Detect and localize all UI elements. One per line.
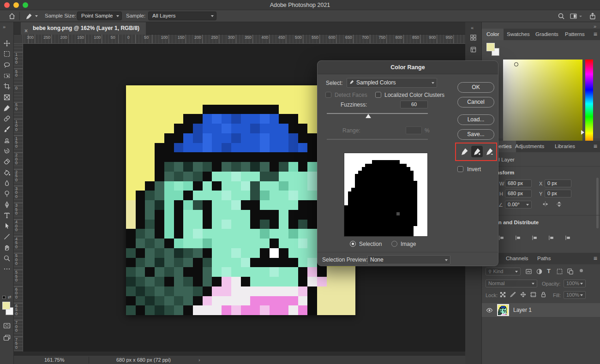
layer-row[interactable]: Layer 1 — [482, 303, 600, 317]
filter-type-layers-icon[interactable]: T — [547, 268, 551, 274]
expand-dock-icon[interactable]: » — [471, 25, 474, 30]
fuzziness-field[interactable]: 60 — [400, 101, 428, 108]
quick-mask-icon[interactable] — [3, 322, 11, 329]
tab-patterns[interactable]: Patterns — [560, 29, 589, 40]
marquee-tool-icon[interactable] — [3, 50, 11, 58]
height-field[interactable]: 680 px — [505, 190, 532, 197]
history-brush-tool-icon[interactable] — [3, 147, 11, 155]
paint-bucket-tool-icon[interactable] — [3, 169, 11, 176]
tab-swatches[interactable]: Swatches — [502, 29, 534, 40]
fuzziness-slider-track[interactable] — [327, 113, 428, 114]
selection-preview-dropdown[interactable]: None — [367, 255, 450, 264]
color-picker-indicator[interactable] — [514, 62, 518, 66]
layer-visibility-eye-icon[interactable] — [486, 307, 493, 314]
move-tool-icon[interactable] — [3, 40, 11, 47]
horizontal-ruler[interactable]: 3002502001501005005010015020025030035040… — [23, 35, 465, 44]
dodge-tool-icon[interactable] — [3, 190, 11, 197]
collapsed-panel-icon[interactable] — [470, 46, 477, 53]
tab-libraries[interactable]: Libraries — [550, 141, 580, 152]
align-center-icon[interactable] — [515, 234, 522, 241]
detect-faces-checkbox[interactable] — [325, 92, 331, 98]
document-tab[interactable]: × bebe kong.png @ 162% (Layer 1, RGB/8) — [21, 22, 146, 35]
panel-scrollbar[interactable] — [596, 178, 599, 228]
lock-all-icon[interactable] — [540, 291, 547, 298]
sample-dropdown[interactable]: All Layers — [148, 12, 216, 20]
zoom-tool-icon[interactable] — [3, 255, 11, 262]
align-left-icon[interactable] — [498, 234, 505, 241]
brush-tool-icon[interactable] — [3, 125, 11, 133]
document-info[interactable]: 680 px x 680 px (72 ppi) — [116, 357, 171, 363]
eyedropper-tool-preset-icon[interactable] — [25, 12, 33, 20]
select-dropdown[interactable]: Sampled Colors — [347, 78, 437, 88]
share-icon[interactable] — [589, 12, 596, 20]
lock-transparency-icon[interactable] — [499, 291, 506, 298]
line-tool-icon[interactable] — [3, 233, 11, 240]
sample-size-dropdown[interactable]: Point Sample — [77, 12, 122, 20]
lock-artboard-icon[interactable] — [530, 291, 537, 298]
lock-position-icon[interactable] — [520, 291, 527, 298]
flip-vertical-icon[interactable] — [556, 201, 563, 208]
layer-name[interactable]: Layer 1 — [513, 307, 532, 313]
pen-tool-icon[interactable] — [3, 201, 11, 209]
chevron-down-icon[interactable] — [579, 16, 582, 17]
search-icon[interactable] — [558, 12, 565, 20]
vertical-ruler[interactable]: 1 0 05 005 01 0 01 5 02 0 02 5 03 0 03 5… — [14, 44, 23, 355]
filter-pixel-layers-icon[interactable] — [525, 268, 532, 275]
home-icon[interactable] — [8, 12, 16, 20]
path-selection-tool-icon[interactable] — [3, 222, 11, 230]
layer-filter-dropdown[interactable]: ⚲ Kind — [486, 268, 521, 275]
tab-color[interactable]: Color — [482, 29, 504, 40]
lock-image-icon[interactable] — [510, 291, 516, 298]
panel-menu-icon[interactable]: ≡ — [594, 30, 597, 38]
distribute-left-icon[interactable] — [548, 234, 555, 241]
tab-channels[interactable]: Channels — [501, 253, 533, 264]
y-field[interactable]: 0 px — [545, 190, 571, 197]
foreground-color-swatch[interactable] — [486, 43, 495, 51]
image-radio[interactable] — [391, 241, 397, 247]
cancel-button[interactable]: Cancel — [457, 97, 494, 107]
dialog-title[interactable]: Color Range — [318, 61, 498, 74]
saturation-brightness-field[interactable] — [503, 60, 582, 152]
filter-toggle-icon[interactable] — [580, 269, 583, 272]
distribute-top-icon[interactable] — [565, 234, 572, 241]
collapsed-panel-icon[interactable] — [470, 34, 477, 41]
healing-brush-tool-icon[interactable] — [3, 115, 11, 122]
panel-menu-icon[interactable]: ≡ — [594, 143, 597, 150]
hue-slider[interactable] — [585, 60, 593, 152]
crop-tool-icon[interactable] — [3, 83, 11, 90]
selection-radio[interactable] — [350, 241, 356, 247]
object-selection-tool-icon[interactable] — [3, 72, 11, 79]
ruler-corner[interactable] — [14, 35, 23, 44]
fill-field[interactable]: 100% — [564, 291, 586, 299]
width-field[interactable]: 680 px — [505, 179, 532, 187]
edit-toolbar-ellipsis-icon[interactable] — [3, 265, 11, 273]
hue-slider-marker[interactable] — [581, 130, 584, 135]
blend-mode-dropdown[interactable]: Normal — [486, 280, 537, 287]
tab-gradients[interactable]: Gradients — [531, 29, 563, 40]
screen-mode-icon[interactable] — [3, 334, 11, 341]
horizontal-scrollbar[interactable] — [14, 352, 465, 355]
foreground-color-swatch[interactable] — [2, 302, 10, 310]
hand-tool-icon[interactable] — [3, 244, 11, 251]
x-field[interactable]: 0 px — [545, 179, 571, 187]
tab-paths[interactable]: Paths — [533, 253, 555, 264]
eyedropper-tool-icon[interactable] — [3, 104, 11, 112]
flip-horizontal-icon[interactable] — [542, 201, 549, 208]
load-button[interactable]: Load... — [457, 114, 494, 125]
tab-adjustments[interactable]: Adjustments — [510, 141, 549, 152]
type-tool-icon[interactable] — [3, 212, 11, 219]
invert-checkbox[interactable] — [457, 166, 463, 172]
lasso-tool-icon[interactable] — [3, 61, 11, 69]
default-colors-icon[interactable] — [2, 296, 6, 299]
status-chevron-icon[interactable]: › — [198, 357, 200, 363]
filter-shape-layers-icon[interactable] — [556, 268, 563, 275]
localized-clusters-checkbox[interactable] — [375, 92, 381, 98]
filter-adjustment-layers-icon[interactable] — [536, 268, 543, 275]
layer-thumbnail[interactable] — [497, 304, 509, 316]
distribute-horizontal-icon[interactable] — [532, 234, 539, 241]
blur-tool-icon[interactable] — [3, 179, 11, 187]
ok-button[interactable]: OK — [457, 82, 494, 93]
collapse-panel-icon[interactable]: » — [3, 24, 6, 30]
frame-tool-icon[interactable] — [3, 94, 11, 101]
chevron-down-icon[interactable] — [35, 15, 38, 17]
